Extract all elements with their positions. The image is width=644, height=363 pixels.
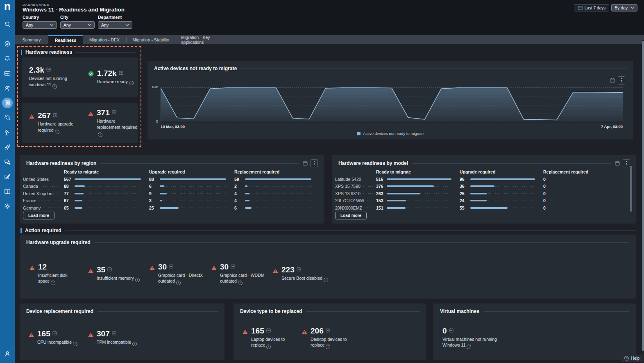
window-scrollbar[interactable] bbox=[642, 40, 644, 363]
search-history-icon[interactable] bbox=[2, 19, 13, 30]
hardware-upgrade-required-card: Hardware upgrade required 12 Insufficien… bbox=[20, 235, 636, 299]
chevron-down-icon bbox=[630, 7, 634, 9]
department-select[interactable]: Any bbox=[98, 21, 132, 29]
cell-value: 59 bbox=[234, 177, 245, 182]
breadcrumb[interactable]: DASHBOARDS bbox=[23, 3, 49, 7]
investigate-icon[interactable] bbox=[2, 112, 13, 123]
model-table: Ready to migrate Upgrade required Replac… bbox=[335, 168, 627, 212]
cell-value: 55 bbox=[460, 205, 470, 210]
dashboards-icon[interactable] bbox=[2, 98, 13, 108]
info-icon[interactable]: i bbox=[238, 281, 243, 285]
warning-triangle-icon bbox=[211, 265, 217, 272]
page-title: Windows 11 - Readiness and Migration bbox=[23, 7, 125, 13]
info-icon[interactable]: i bbox=[467, 345, 471, 349]
info-icon[interactable]: i bbox=[98, 132, 102, 137]
x-axis-end-label: 7 Apr, 03:00 bbox=[601, 124, 623, 129]
kebab-menu-button[interactable] bbox=[618, 76, 625, 84]
country-value: Any bbox=[26, 23, 33, 27]
tab-migration-key-applications[interactable]: Migration - Key applications bbox=[175, 35, 237, 44]
column-header: Replacement required bbox=[543, 169, 627, 174]
kpi-label: TPM incompatible bbox=[97, 340, 131, 345]
library-book-icon[interactable] bbox=[2, 186, 13, 197]
calendar-icon[interactable] bbox=[610, 78, 615, 83]
model-card-title: Hardware readiness by model bbox=[338, 160, 408, 166]
lamp-icon[interactable] bbox=[2, 127, 13, 138]
calendar-icon[interactable] bbox=[303, 161, 308, 166]
cell-value: 25 bbox=[460, 191, 470, 196]
cell-value: 65 bbox=[64, 205, 75, 210]
calendar-icon[interactable] bbox=[615, 161, 620, 166]
table-row: France 67 3 4 bbox=[23, 197, 320, 205]
trend-compare-icon bbox=[112, 110, 116, 114]
kpi-value: 30 bbox=[220, 263, 229, 271]
info-icon[interactable]: i bbox=[52, 84, 57, 89]
city-value: Any bbox=[63, 23, 71, 27]
y-axis-max-label: 638 bbox=[147, 85, 158, 89]
rocket-icon[interactable] bbox=[2, 142, 13, 153]
time-range-button[interactable]: Last 7 days bbox=[574, 4, 609, 11]
column-header: Ready to migrate bbox=[376, 169, 460, 174]
info-icon[interactable]: i bbox=[129, 81, 134, 85]
chat-icon[interactable] bbox=[2, 157, 13, 167]
table-row: Germany 65 25 6 bbox=[23, 204, 320, 212]
trend-compare-icon bbox=[297, 267, 301, 272]
card-scrollbar-thumb[interactable] bbox=[630, 166, 632, 212]
help-button[interactable]: ? Help bbox=[621, 355, 643, 362]
divider bbox=[95, 242, 629, 243]
info-icon[interactable]: i bbox=[73, 342, 77, 346]
cell-value: 0 bbox=[543, 184, 554, 189]
country-select[interactable]: Any bbox=[23, 21, 57, 29]
nexthink-logo[interactable]: n bbox=[4, 1, 11, 12]
employee-view-icon[interactable] bbox=[2, 83, 13, 94]
kpi-value: 30 bbox=[158, 263, 167, 271]
kpi-hardware-ready: 1.72k Hardware readyi bbox=[88, 69, 134, 86]
kpi-cpu-incompatible: 165 CPU incompatiblei bbox=[29, 330, 88, 346]
cell-value: 6 bbox=[149, 184, 160, 189]
cell-value: 25 bbox=[149, 205, 160, 210]
tab-readiness[interactable]: Readiness bbox=[48, 35, 83, 44]
granularity-select[interactable]: By day bbox=[611, 4, 637, 11]
city-select[interactable]: Any bbox=[60, 21, 95, 29]
kpi-directx-outdated: 30 Graphics card - DirectX outdatedi bbox=[150, 263, 211, 285]
load-more-button[interactable]: Load more bbox=[335, 212, 367, 219]
tab-summary[interactable]: Summary bbox=[15, 35, 48, 44]
kpi-value: 0 bbox=[442, 327, 447, 335]
kebab-menu-button[interactable] bbox=[623, 159, 630, 167]
profile-user-icon[interactable] bbox=[2, 348, 13, 359]
filter-label-city: City bbox=[60, 15, 95, 20]
kpi-value: 165 bbox=[251, 327, 264, 335]
load-more-button[interactable]: Load more bbox=[23, 212, 54, 219]
info-icon[interactable]: i bbox=[326, 345, 330, 349]
info-icon[interactable]: i bbox=[176, 281, 181, 285]
sidebar: n bbox=[0, 0, 15, 363]
compass-icon[interactable] bbox=[2, 39, 13, 49]
scrollbar-thumb[interactable] bbox=[642, 41, 644, 351]
bell-icon[interactable] bbox=[2, 53, 13, 64]
filter-label-country: Country bbox=[23, 15, 57, 20]
kpi-value: 307 bbox=[97, 330, 110, 338]
info-icon[interactable]: i bbox=[324, 278, 328, 282]
tab-bar: Summary Readiness Migration - DEX Migrat… bbox=[15, 35, 644, 44]
info-icon[interactable]: i bbox=[51, 281, 55, 285]
tab-migration-stability[interactable]: Migration - Stability bbox=[127, 35, 175, 44]
content-edit-icon[interactable] bbox=[2, 171, 13, 182]
trend-compare-icon bbox=[449, 328, 454, 333]
tab-migration-dex[interactable]: Migration - DEX bbox=[83, 35, 126, 44]
device-view-icon[interactable] bbox=[2, 68, 13, 79]
settings-gear-icon[interactable] bbox=[2, 201, 13, 212]
info-icon[interactable]: i bbox=[132, 342, 137, 346]
hardware-readiness-tile-bottom: 267 Hardware upgrade requiredi 371 Hardw… bbox=[22, 103, 138, 143]
kpi-replacement-required: 371 Hardware replacement requiredi bbox=[88, 109, 138, 137]
kebab-menu-button[interactable] bbox=[311, 159, 318, 167]
info-icon[interactable]: i bbox=[55, 130, 59, 134]
info-icon[interactable]: i bbox=[266, 345, 271, 349]
department-value: Any bbox=[101, 23, 109, 27]
trend-compare-icon bbox=[46, 67, 51, 72]
cell-value: 9 bbox=[149, 191, 160, 196]
warning-triangle-icon bbox=[302, 329, 307, 336]
kpi-value: 223 bbox=[281, 266, 295, 274]
kpi-value: 206 bbox=[311, 327, 324, 335]
info-icon[interactable]: i bbox=[135, 278, 140, 282]
trend-compare-icon bbox=[326, 328, 330, 333]
kpi-insufficient-memory: 35 Insufficient memoryi bbox=[88, 266, 150, 282]
